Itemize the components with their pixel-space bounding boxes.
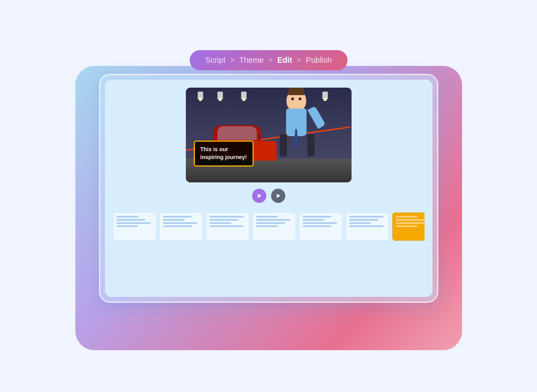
character-eye-left bbox=[291, 98, 294, 100]
slide-thumb-5[interactable] bbox=[299, 212, 342, 241]
play-button-primary[interactable] bbox=[252, 189, 266, 203]
character-tie bbox=[294, 129, 298, 149]
breadcrumb-step-theme[interactable]: Theme bbox=[239, 56, 264, 65]
monitor-frame: This is our inspiring journey! bbox=[99, 74, 438, 303]
video-preview: This is our inspiring journey! bbox=[186, 88, 352, 182]
character-arm-right bbox=[307, 106, 326, 129]
slide-line bbox=[116, 225, 138, 227]
breadcrumb: Script > Theme > Edit > Publish bbox=[189, 50, 347, 70]
play-icon-primary bbox=[256, 193, 262, 199]
breadcrumb-step-publish[interactable]: Publish bbox=[306, 56, 332, 65]
breadcrumb-step-edit[interactable]: Edit bbox=[277, 56, 292, 65]
breadcrumb-step-script[interactable]: Script bbox=[205, 56, 225, 65]
slide-thumb-4[interactable] bbox=[253, 212, 296, 241]
separator-2: > bbox=[268, 56, 273, 64]
play-icon-secondary bbox=[275, 193, 281, 199]
slide-line bbox=[349, 219, 378, 221]
character-leg-right bbox=[307, 135, 314, 156]
playback-controls bbox=[252, 189, 285, 203]
slide-thumb-1[interactable] bbox=[113, 212, 156, 241]
slide-line bbox=[303, 222, 337, 224]
slide-line bbox=[303, 219, 324, 221]
slide-thumb-3[interactable] bbox=[206, 212, 249, 241]
caption-text-2: inspiring journey! bbox=[200, 154, 247, 160]
slide-line bbox=[256, 216, 278, 218]
ceiling-light-5 bbox=[322, 92, 328, 99]
slide-line bbox=[349, 216, 384, 218]
slides-strip bbox=[113, 209, 425, 244]
slide-line-active bbox=[396, 225, 417, 227]
slide-line-active bbox=[396, 219, 425, 221]
play-button-secondary[interactable] bbox=[271, 189, 285, 203]
character-body bbox=[286, 109, 307, 136]
screen-area: This is our inspiring journey! bbox=[105, 80, 432, 297]
slide-line bbox=[163, 219, 185, 221]
character-leg-left bbox=[280, 135, 287, 156]
slide-line bbox=[210, 216, 244, 218]
slide-line bbox=[256, 219, 290, 221]
svg-marker-0 bbox=[258, 193, 261, 198]
slide-line bbox=[163, 225, 192, 227]
slide-line bbox=[303, 225, 332, 227]
slide-line bbox=[116, 219, 146, 221]
caption-text: This is our bbox=[200, 146, 228, 152]
slide-thumb-2[interactable] bbox=[159, 212, 203, 241]
separator-1: > bbox=[230, 56, 234, 64]
slide-line bbox=[163, 222, 197, 224]
slide-line-active bbox=[396, 216, 417, 218]
slide-line-active bbox=[396, 222, 425, 224]
car-window bbox=[217, 126, 257, 140]
slide-line bbox=[210, 219, 239, 221]
slide-thumb-7-active[interactable] bbox=[392, 212, 425, 241]
slide-line bbox=[256, 222, 285, 224]
character-eye-right bbox=[299, 98, 301, 100]
character-hair bbox=[288, 88, 304, 95]
slide-line bbox=[303, 216, 332, 218]
slide-line bbox=[210, 225, 244, 227]
scene-background: This is our inspiring journey! bbox=[186, 88, 352, 182]
character bbox=[273, 90, 320, 161]
outer-wrapper: Script > Theme > Edit > Publish bbox=[52, 34, 486, 358]
ceiling-light-1 bbox=[198, 92, 203, 99]
slide-line bbox=[116, 222, 151, 224]
caption-box: This is our inspiring journey! bbox=[194, 141, 254, 166]
slide-line bbox=[116, 216, 138, 218]
separator-3: > bbox=[297, 56, 301, 64]
ceiling-light-3 bbox=[241, 92, 247, 99]
svg-marker-1 bbox=[277, 193, 280, 198]
ceiling-light-2 bbox=[217, 92, 223, 99]
slide-line bbox=[349, 225, 384, 227]
slide-line bbox=[210, 222, 231, 224]
slide-thumb-6[interactable] bbox=[346, 212, 389, 241]
slide-line bbox=[349, 222, 371, 224]
slide-line bbox=[163, 216, 192, 218]
character-head bbox=[286, 90, 306, 111]
slide-line bbox=[256, 225, 278, 227]
